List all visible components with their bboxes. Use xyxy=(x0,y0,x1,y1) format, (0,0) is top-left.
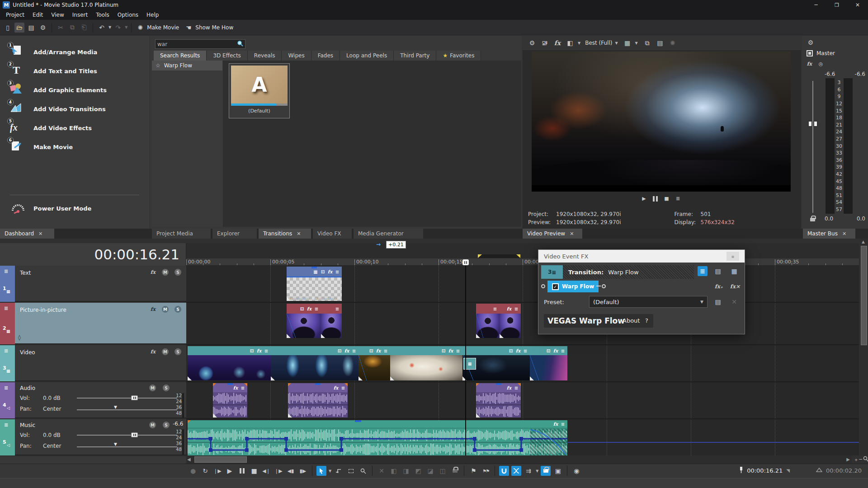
auto-ripple-dropdown-icon[interactable]: ▼ xyxy=(536,469,538,473)
pan-slider-handle[interactable]: ▼ xyxy=(114,442,117,446)
go-to-start-icon[interactable]: ◀❘ xyxy=(261,466,271,476)
scroll-up-icon[interactable]: ▲ xyxy=(862,239,865,244)
video-event-header[interactable]: ⊡fx≡ xyxy=(271,346,359,355)
playhead-marker[interactable] xyxy=(462,259,469,265)
track-name[interactable]: Audio xyxy=(20,385,35,391)
music-event[interactable]: fx≡ xyxy=(188,420,567,455)
cut-icon[interactable]: ✂ xyxy=(56,23,66,33)
track-automation-icon[interactable]: S xyxy=(175,306,181,313)
undo-dropdown-icon[interactable]: ▼ xyxy=(108,25,111,29)
delete-icon[interactable]: ✕ xyxy=(377,466,387,476)
menu-options[interactable]: Options xyxy=(113,10,142,19)
text-event[interactable]: ▦ ⊡ fx ≡ Mondo partopla, Mondo partopla, xyxy=(287,267,342,301)
normal-edit-tool-icon[interactable] xyxy=(316,466,326,476)
zoom-tool-icon[interactable] xyxy=(863,456,868,464)
split-screen-dropdown-icon[interactable]: ▼ xyxy=(578,41,580,45)
preview-play-icon[interactable]: ▶ xyxy=(640,195,648,202)
grid-dropdown-icon[interactable]: ▼ xyxy=(635,41,638,45)
close-icon[interactable]: ✕ xyxy=(570,231,574,237)
track-fx-icon[interactable]: fx xyxy=(149,348,157,356)
dialog-title-bar[interactable]: Video Event FX ▪ xyxy=(538,250,745,263)
tab-project-media[interactable]: Project Media xyxy=(152,229,211,239)
menu-edit[interactable]: Edit xyxy=(28,10,47,19)
v-scroll-thumb[interactable] xyxy=(861,246,867,345)
dashboard-item-power-user-mode[interactable]: Power User Mode xyxy=(0,199,149,217)
event-menu-icon[interactable]: ≡ xyxy=(560,421,566,427)
tab-video-fx[interactable]: Video FX xyxy=(313,229,352,239)
video-event-header[interactable]: ⊡fx≡ xyxy=(188,346,271,355)
event-fx-icon[interactable]: fx xyxy=(327,268,333,275)
pan-slider[interactable] xyxy=(77,446,177,447)
master-lock-icon[interactable] xyxy=(810,216,815,223)
dashboard-item-add-video-transitions[interactable]: 4 Add Video Transitions xyxy=(0,100,149,118)
video-event-header[interactable]: ⊡fx≡ xyxy=(462,346,530,355)
event-menu-icon[interactable]: ≡ xyxy=(522,347,528,354)
master-fader-handle[interactable] xyxy=(808,121,818,127)
search-icon[interactable] xyxy=(237,40,243,48)
event-fx-icon[interactable]: fx xyxy=(232,385,239,391)
audio-event-3[interactable]: fx≡ xyxy=(476,383,521,418)
zoom-in-timeline-icon[interactable]: ＋ xyxy=(854,456,859,463)
lock-event-icon[interactable] xyxy=(450,466,460,476)
video-event-header[interactable]: ⊡fx≡ xyxy=(390,346,462,355)
event-pan-crop-icon[interactable]: ⊡ xyxy=(368,347,374,354)
event-pan-crop-icon[interactable]: ⊡ xyxy=(336,347,343,354)
redo-dropdown-icon[interactable]: ▼ xyxy=(125,25,127,29)
open-project-icon[interactable]: 🗁 xyxy=(14,23,24,33)
video-event-4[interactable]: ⊡fx≡ xyxy=(390,346,462,380)
event-pan-crop-icon[interactable]: ⊡ xyxy=(320,268,326,275)
scroll-left-icon[interactable]: ◀ xyxy=(187,457,191,462)
event-menu-icon[interactable]: ≡ xyxy=(313,305,320,312)
pip-event-4[interactable]: fx ≡ xyxy=(500,304,521,338)
preview-pause-icon[interactable] xyxy=(651,195,659,202)
project-properties-icon[interactable]: ⚙ xyxy=(38,23,48,33)
show-me-how-button[interactable]: Show Me How xyxy=(195,24,233,31)
edit-tool-dropdown-icon[interactable]: ▼ xyxy=(329,469,331,473)
video-event-1[interactable]: ⊡fx≡ xyxy=(188,346,271,380)
event-menu-icon[interactable]: ≡ xyxy=(334,305,340,312)
track-name[interactable]: Music xyxy=(20,422,35,428)
event-fx-icon[interactable]: fx xyxy=(375,347,382,354)
event-fx-icon[interactable]: fx xyxy=(506,305,512,312)
copy-icon[interactable]: ⧉ xyxy=(67,23,77,33)
save-preset-icon[interactable]: ▤ xyxy=(713,297,723,307)
timeline-h-scrollbar[interactable]: ◀ ▶ xyxy=(186,455,852,464)
pip-event-header[interactable]: ⊡ fx ≡ xyxy=(287,304,321,314)
overlay-grid-icon[interactable]: ▦ xyxy=(623,38,632,48)
solo-icon[interactable]: S xyxy=(163,422,170,428)
transport-selection-time[interactable]: 00:00:02.20 xyxy=(826,467,862,474)
dashboard-item-add-graphic-elements[interactable]: 3 Add Graphic Elements xyxy=(0,81,149,99)
pan-slider[interactable] xyxy=(77,409,177,410)
lock-envelopes-icon[interactable] xyxy=(541,466,551,476)
transport-cursor-time[interactable]: 00:00:16.21 xyxy=(747,467,783,474)
eraser-icon[interactable]: ◊ xyxy=(18,334,21,341)
scroll-right-icon[interactable]: ▶ xyxy=(846,457,850,462)
solo-icon[interactable]: S xyxy=(163,385,170,391)
ignore-event-grouping-icon[interactable]: ▣ xyxy=(553,466,563,476)
track-name[interactable]: Video xyxy=(20,349,35,356)
playhead-line[interactable] xyxy=(465,266,466,455)
make-movie-button[interactable]: Make Movie xyxy=(147,24,179,31)
save-snapshot-icon[interactable]: ▤ xyxy=(655,38,665,48)
split-trim-start-icon[interactable]: ◩ xyxy=(413,466,423,476)
event-menu-icon[interactable]: ≡ xyxy=(351,347,357,354)
transition-list-item-warp-flow[interactable]: ☆ Warp Flow xyxy=(152,61,222,70)
tab-search-results[interactable]: Search Results xyxy=(154,51,207,61)
enable-snapping-icon[interactable] xyxy=(499,466,509,476)
next-frame-icon[interactable]: ▮▶ xyxy=(298,466,308,476)
auto-ripple-icon[interactable]: ⇉ xyxy=(524,466,533,476)
dashboard-item-add-text-and-titles[interactable]: T 2 Add Text and Titles xyxy=(0,62,149,80)
plugin-enabled-checkbox[interactable]: ✓ xyxy=(552,283,559,290)
tab-3d-effects[interactable]: 3D Effects xyxy=(207,51,247,61)
menu-view[interactable]: View xyxy=(47,10,68,19)
event-fx-icon[interactable]: fx xyxy=(552,347,559,354)
event-fx-icon[interactable]: fx xyxy=(448,347,454,354)
master-bypass-icon[interactable]: ◎ xyxy=(817,60,825,68)
timeline-v-scrollbar[interactable]: ▲ xyxy=(860,239,868,455)
master-settings-icon[interactable]: ⚙ xyxy=(806,38,816,47)
mute-icon[interactable]: M xyxy=(149,422,156,428)
plugin-chain-large-grid-icon[interactable]: ▦ xyxy=(729,266,739,276)
track-menu-icon[interactable]: ≣ xyxy=(2,305,10,312)
video-event-header[interactable]: ⊡fx≡ xyxy=(359,346,390,355)
add-fx-icon[interactable]: fx₊ xyxy=(714,282,724,291)
